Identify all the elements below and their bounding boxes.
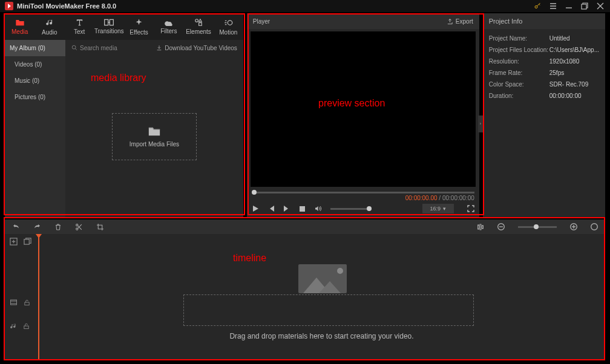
- info-row: Frame Rate:25fps: [489, 70, 599, 76]
- lock-audio-button[interactable]: [23, 322, 30, 330]
- search-input[interactable]: Search media: [71, 45, 117, 51]
- info-key: Duration:: [489, 93, 549, 99]
- info-value: 1920x1080: [549, 58, 580, 65]
- info-value: 25fps: [549, 70, 564, 76]
- import-label: Import Media Files: [130, 141, 179, 148]
- timeline-canvas[interactable]: Drag and drop materials here to start cr…: [38, 234, 605, 359]
- lock-track-button[interactable]: [24, 299, 30, 307]
- redo-button[interactable]: [33, 223, 41, 230]
- folder-icon: [15, 18, 25, 27]
- export-button[interactable]: Export: [447, 18, 473, 25]
- tab-label: Audio: [42, 29, 57, 36]
- tab-label: Motion: [219, 29, 237, 36]
- timeline-settings-icon[interactable]: [477, 223, 484, 231]
- aspect-ratio-select[interactable]: 16:9 ▾: [422, 204, 454, 213]
- folder-icon: [148, 125, 161, 137]
- volume-icon[interactable]: [314, 205, 322, 212]
- close-icon[interactable]: [597, 2, 604, 10]
- fullscreen-button[interactable]: [467, 205, 474, 212]
- svg-point-16: [591, 224, 598, 230]
- title-bar: MiniTool MovieMaker Free 8.0.0: [0, 0, 610, 12]
- zoom-out-button[interactable]: [497, 223, 505, 230]
- crop-button[interactable]: [96, 223, 104, 231]
- info-row: Color Space:SDR- Rec.709: [489, 81, 599, 88]
- media-tab-elements[interactable]: Elements: [183, 13, 213, 40]
- timeline-drop-text: Drag and drop materials here to start cr…: [38, 332, 605, 340]
- maximize-icon[interactable]: [581, 2, 588, 10]
- add-track-button[interactable]: [10, 238, 18, 245]
- svg-point-6: [228, 20, 232, 25]
- minimize-icon[interactable]: [565, 2, 572, 10]
- svg-rect-2: [105, 19, 108, 25]
- timeline-panel: Drag and drop materials here to start cr…: [5, 219, 605, 359]
- undo-button[interactable]: [12, 223, 20, 230]
- svg-rect-1: [582, 4, 586, 9]
- volume-slider[interactable]: [330, 208, 372, 210]
- delete-button[interactable]: [54, 223, 62, 231]
- svg-point-7: [72, 45, 76, 49]
- duplicate-track-button[interactable]: [24, 238, 31, 245]
- tab-label: Effects: [130, 29, 148, 36]
- media-tab-media[interactable]: Media: [5, 13, 34, 40]
- album-item[interactable]: Music (0): [5, 73, 65, 89]
- info-key: Project Name:: [489, 35, 549, 42]
- collapse-info-icon[interactable]: ›: [478, 115, 483, 132]
- info-value: Untitled: [549, 35, 570, 42]
- import-media-button[interactable]: Import Media Files: [112, 113, 197, 160]
- search-placeholder: Search media: [80, 45, 117, 51]
- chevron-down-icon: ▾: [443, 206, 446, 212]
- svg-rect-3: [110, 19, 114, 25]
- next-frame-button[interactable]: [283, 205, 290, 212]
- element-icon: [194, 18, 203, 27]
- audio-track-icon: [10, 322, 17, 330]
- download-youtube-link[interactable]: Download YouTube Videos: [156, 45, 237, 51]
- zoom-slider[interactable]: [518, 226, 557, 228]
- stop-button[interactable]: [299, 206, 306, 212]
- tab-label: Transitions: [94, 28, 124, 34]
- tab-label: Media: [11, 28, 28, 35]
- current-timecode: 00:00:00.00: [405, 195, 438, 201]
- svg-rect-18: [24, 239, 29, 244]
- album-sidebar: My Album (0)Videos (0)Music (0)Pictures …: [5, 40, 65, 217]
- svg-point-0: [535, 6, 537, 8]
- media-tabs: MediaAudioTextTransitionsEffectsFiltersE…: [5, 13, 243, 40]
- license-key-icon[interactable]: [534, 2, 541, 10]
- prev-frame-button[interactable]: [267, 205, 275, 212]
- info-value: C:\Users\BJ\App...: [549, 47, 599, 53]
- app-logo-icon: [5, 2, 13, 10]
- media-tab-effects[interactable]: Effects: [124, 13, 154, 40]
- player-panel: Player Export 00:00:00.00 / 00:00:00:00: [247, 13, 479, 217]
- player-viewport: [251, 31, 476, 187]
- info-row: Resolution:1920x1080: [489, 58, 599, 65]
- split-button[interactable]: [75, 223, 83, 231]
- media-tab-filters[interactable]: Filters: [154, 13, 183, 40]
- play-button[interactable]: [252, 205, 259, 212]
- app-title: MiniTool MovieMaker Free 8.0.0: [17, 2, 116, 10]
- seek-slider[interactable]: [252, 192, 474, 193]
- hamburger-menu-icon[interactable]: [549, 2, 557, 10]
- fit-timeline-button[interactable]: [591, 223, 598, 230]
- svg-rect-5: [199, 23, 202, 26]
- album-item[interactable]: My Album (0): [5, 40, 65, 56]
- media-tab-audio[interactable]: Audio: [34, 13, 64, 40]
- media-tab-transitions[interactable]: Transitions: [94, 13, 124, 40]
- sparkle-icon: [134, 18, 143, 27]
- album-item[interactable]: Pictures (0): [5, 89, 65, 105]
- svg-rect-13: [482, 226, 484, 229]
- info-key: Resolution:: [489, 58, 549, 65]
- info-key: Project Files Location:: [489, 47, 549, 53]
- timeline-dropzone[interactable]: [183, 294, 474, 326]
- info-key: Color Space:: [489, 81, 549, 88]
- info-row: Project Name:Untitled: [489, 35, 599, 42]
- project-info-panel: › Project Info Project Name:UntitledProj…: [483, 13, 605, 217]
- video-track-icon: [10, 299, 18, 307]
- album-item[interactable]: Videos (0): [5, 56, 65, 73]
- info-row: Duration:00:00:00:00: [489, 93, 599, 99]
- zoom-in-button[interactable]: [570, 223, 577, 230]
- download-label: Download YouTube Videos: [165, 45, 237, 51]
- info-key: Frame Rate:: [489, 70, 549, 76]
- media-tab-motion[interactable]: Motion: [214, 13, 243, 40]
- media-tab-text[interactable]: Text: [64, 13, 94, 40]
- svg-rect-19: [11, 300, 17, 305]
- placeholder-thumbnail-icon: [298, 264, 347, 293]
